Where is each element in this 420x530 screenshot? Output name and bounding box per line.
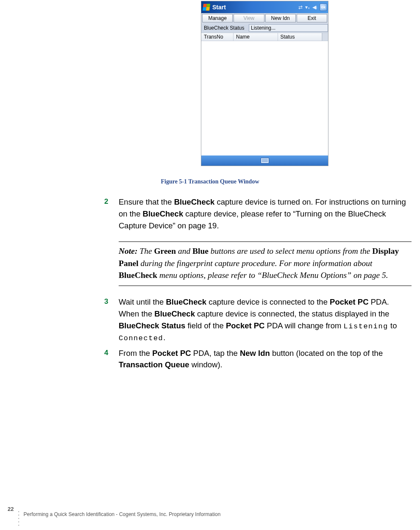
bluecheck-status-bold: BlueCheck Status — [119, 321, 185, 330]
txt: . — [163, 333, 165, 342]
body-content: 2 Ensure that the BlueCheck capture devi… — [104, 196, 412, 374]
txt: Ensure that the — [119, 197, 174, 206]
new-idn-button[interactable]: New Idn — [265, 14, 296, 22]
status-line: BlueCheck Status Listening... — [201, 23, 328, 33]
txt: during the fingerprint capture procedure… — [139, 259, 373, 268]
txt: button (located on the top of the — [270, 349, 383, 358]
bluecheck-bold: BlueCheck — [174, 197, 215, 206]
list-headers: TransNo Name Status — [201, 33, 328, 41]
txt: field of the — [185, 321, 226, 330]
pocketpc-bold: Pocket PC — [152, 349, 191, 358]
txt: and — [176, 247, 192, 255]
start-label[interactable]: Start — [212, 4, 226, 11]
pocketpc-bold: Pocket PC — [330, 297, 369, 306]
footer-text: Performing a Quick Search Identification… — [24, 511, 221, 517]
status-label: BlueCheck Status — [201, 25, 249, 31]
connected-code: Connected — [119, 334, 163, 342]
signal-icon[interactable]: ▾ₓ — [305, 4, 310, 10]
bluecheck-bold: BlueCheck — [143, 209, 184, 218]
txt: to — [388, 321, 397, 330]
bluecheck-bold: BlueCheck — [154, 309, 195, 318]
step-3-text: Wait until the BlueCheck capture device … — [119, 296, 412, 344]
txt: capture device is connected to the — [206, 297, 330, 306]
page-number: 22 — [8, 506, 14, 512]
windows-logo-icon — [203, 4, 210, 11]
txt: Wait until the — [119, 297, 166, 306]
green-bold: Green — [154, 247, 176, 255]
pda-bottombar — [201, 155, 328, 166]
footer-dots: ●●●●● — [18, 510, 19, 527]
figure-caption: Figure 5-1 Transaction Queue Window — [0, 178, 420, 185]
step-3-num: 3 — [104, 296, 119, 344]
exit-button[interactable]: Exit — [297, 14, 327, 22]
bluecheck-bold: BlueCheck — [166, 297, 206, 306]
step-2-num: 2 — [104, 196, 119, 231]
txt: window). — [189, 360, 223, 369]
status-value: Listening... — [251, 25, 275, 31]
new-idn-bold: New Idn — [240, 349, 270, 358]
note-rule-bottom — [119, 286, 412, 286]
step-3: 3 Wait until the BlueCheck capture devic… — [104, 296, 412, 344]
txt: capture device is connected, the status … — [195, 309, 389, 318]
txt: From the — [119, 349, 152, 358]
note-head: Note: — [119, 247, 137, 255]
col-name[interactable]: Name — [234, 33, 278, 41]
step-4-text: From the Pocket PC PDA, tap the New Idn … — [119, 347, 412, 371]
note-block: Note: The Green and Blue buttons are use… — [119, 245, 412, 281]
speaker-icon[interactable]: ◀ᵢ — [312, 4, 317, 10]
txt: menu options, please refer to “BlueCheck… — [157, 271, 388, 280]
bluecheck-bold: BlueCheck — [119, 271, 157, 280]
pocketpc-bold: Pocket PC — [226, 321, 265, 330]
pda-titlebar: Start ⇄ ▾ₓ ◀ᵢ ok — [201, 1, 328, 13]
txt: buttons are used to select menu options … — [209, 247, 372, 255]
txt: PDA will change from — [264, 321, 343, 330]
step-4: 4 From the Pocket PC PDA, tap the New Id… — [104, 347, 412, 371]
step-2-text: Ensure that the BlueCheck capture device… — [119, 196, 412, 231]
status-value-field: Listening... — [249, 24, 328, 32]
col-end — [322, 33, 328, 41]
step-2: 2 Ensure that the BlueCheck capture devi… — [104, 196, 412, 231]
keyboard-icon[interactable] — [261, 158, 269, 164]
txt: The — [137, 247, 154, 255]
note-rule-top — [119, 241, 412, 242]
view-button: View — [234, 14, 264, 22]
blue-bold: Blue — [192, 247, 209, 255]
col-status[interactable]: Status — [278, 33, 323, 41]
list-area — [201, 41, 328, 155]
pda-toolbar: Manage View New Idn Exit — [201, 13, 328, 23]
step-4-num: 4 — [104, 347, 119, 371]
listening-code: Listening — [344, 322, 388, 330]
manage-button[interactable]: Manage — [202, 14, 233, 22]
connectivity-icon[interactable]: ⇄ — [298, 4, 303, 10]
col-transno[interactable]: TransNo — [201, 33, 234, 41]
footer: 22 ●●●●● Performing a Quick Search Ident… — [8, 500, 220, 517]
ok-button[interactable]: ok — [320, 3, 327, 11]
transaction-queue-bold: Transaction Queue — [119, 360, 189, 369]
txt: PDA, tap the — [191, 349, 240, 358]
ok-label: ok — [321, 5, 326, 9]
pda-screenshot: Start ⇄ ▾ₓ ◀ᵢ ok Manage View New Idn Exi… — [201, 1, 328, 166]
